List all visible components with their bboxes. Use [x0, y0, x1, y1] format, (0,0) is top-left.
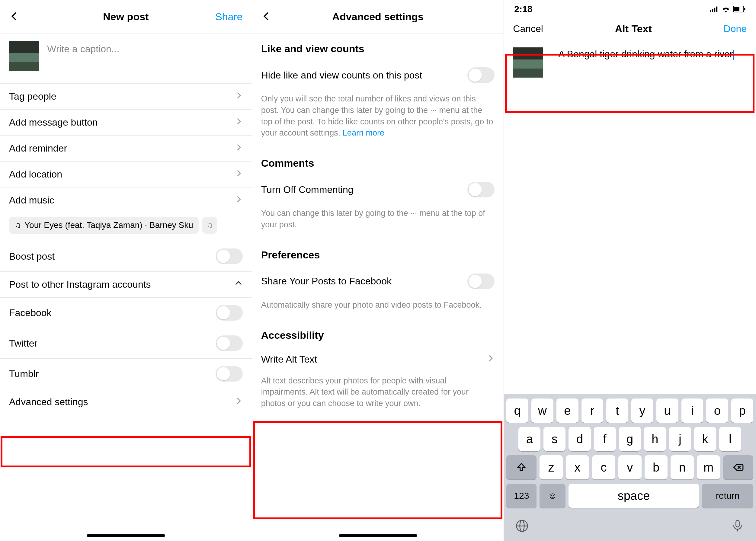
- row-label: Add message button: [9, 117, 98, 128]
- key-v[interactable]: v: [618, 455, 642, 479]
- key-mic[interactable]: [731, 519, 744, 534]
- key-r[interactable]: r: [581, 398, 603, 423]
- mic-icon: [731, 519, 744, 533]
- key-space[interactable]: space: [568, 484, 699, 508]
- chevron-right-icon: [234, 91, 243, 102]
- chevron-right-icon: [234, 117, 243, 128]
- keyboard-row-1: q w e r t y u i o p: [506, 398, 753, 423]
- svg-rect-5: [734, 7, 739, 11]
- toggle-boost-post[interactable]: [216, 249, 243, 264]
- key-u[interactable]: u: [656, 398, 678, 423]
- key-p[interactable]: p: [731, 398, 753, 423]
- row-label: Tag people: [9, 91, 56, 102]
- key-d[interactable]: d: [568, 427, 590, 451]
- toggle-tumblr[interactable]: [216, 366, 243, 382]
- key-m[interactable]: m: [697, 455, 720, 479]
- row-social-facebook[interactable]: Facebook: [0, 298, 252, 328]
- row-add-music[interactable]: Add music: [0, 188, 252, 213]
- learn-more-link[interactable]: Learn more: [343, 128, 384, 137]
- toggle-twitter[interactable]: [216, 335, 243, 351]
- key-b[interactable]: b: [645, 455, 668, 479]
- toggle-hide-like[interactable]: [467, 67, 494, 83]
- key-shift[interactable]: [506, 455, 536, 479]
- key-o[interactable]: o: [706, 398, 728, 423]
- row-hide-like-counts[interactable]: Hide like and view counts on this post: [252, 60, 504, 91]
- chevron-up-icon: [234, 279, 243, 290]
- key-z[interactable]: z: [539, 455, 563, 479]
- cancel-button[interactable]: Cancel: [513, 23, 543, 34]
- row-post-to-other[interactable]: Post to other Instagram accounts: [0, 272, 252, 298]
- panel-new-post: New post Share Write a caption... Tag pe…: [0, 0, 252, 541]
- back-icon[interactable]: [9, 11, 20, 23]
- toggle-facebook[interactable]: [216, 305, 243, 320]
- key-k[interactable]: k: [694, 427, 716, 451]
- svg-rect-0: [710, 10, 711, 12]
- key-numbers[interactable]: 123: [506, 484, 536, 508]
- text-cursor: [733, 50, 734, 60]
- toggle-share-fb[interactable]: [467, 273, 494, 289]
- caption-input[interactable]: Write a caption...: [47, 41, 120, 71]
- key-t[interactable]: t: [606, 398, 628, 423]
- alt-text-value: A Bengal tiger drinking water from a riv…: [558, 49, 733, 60]
- page-title: Alt Text: [543, 23, 724, 35]
- key-q[interactable]: q: [506, 398, 528, 423]
- music-chip-next[interactable]: ♫: [202, 217, 217, 234]
- header-advanced-settings: Advanced settings: [252, 0, 504, 34]
- key-n[interactable]: n: [671, 455, 694, 479]
- alt-text-input[interactable]: A Bengal tiger drinking water from a riv…: [558, 47, 734, 78]
- helper-hide-like: Only you will see the total number of li…: [252, 91, 504, 148]
- done-button[interactable]: Done: [724, 23, 747, 34]
- row-tag-people[interactable]: Tag people: [0, 84, 252, 110]
- panel-alt-text: 2:18 Cancel Alt Text Done A Bengal tiger…: [504, 0, 756, 541]
- cellular-icon: [710, 5, 718, 13]
- panel-advanced-settings: Advanced settings Like and view counts H…: [252, 0, 504, 541]
- backspace-icon: [732, 462, 744, 473]
- key-a[interactable]: a: [518, 427, 540, 451]
- key-y[interactable]: y: [631, 398, 653, 423]
- highlight-advanced-settings: [1, 436, 251, 467]
- row-social-tumblr[interactable]: Tumblr: [0, 359, 252, 389]
- row-label: Tumblr: [9, 368, 39, 379]
- key-f[interactable]: f: [594, 427, 616, 451]
- music-chip[interactable]: ♫ Your Eyes (feat. Taqiya Zaman) · Barne…: [9, 217, 199, 234]
- key-e[interactable]: e: [556, 398, 578, 423]
- row-add-location[interactable]: Add location: [0, 162, 252, 188]
- row-write-alt-text[interactable]: Write Alt Text: [252, 346, 504, 373]
- key-l[interactable]: l: [719, 427, 741, 451]
- row-social-twitter[interactable]: Twitter: [0, 328, 252, 359]
- post-thumbnail[interactable]: [9, 41, 39, 71]
- key-h[interactable]: h: [644, 427, 666, 451]
- key-globe[interactable]: [515, 519, 529, 534]
- key-j[interactable]: j: [669, 427, 691, 451]
- caption-row[interactable]: Write a caption...: [0, 34, 252, 84]
- row-share-facebook[interactable]: Share Your Posts to Facebook: [252, 266, 504, 297]
- share-button[interactable]: Share: [215, 11, 243, 23]
- key-emoji[interactable]: ☺: [539, 484, 565, 508]
- key-x[interactable]: x: [566, 455, 589, 479]
- row-label: Hide like and view counts on this post: [261, 70, 422, 81]
- row-label: Twitter: [9, 338, 37, 349]
- key-c[interactable]: c: [592, 455, 615, 479]
- row-advanced-settings[interactable]: Advanced settings: [0, 389, 252, 415]
- row-label: Add reminder: [9, 143, 67, 154]
- key-w[interactable]: w: [531, 398, 553, 423]
- section-comments: Comments: [252, 148, 504, 174]
- back-icon[interactable]: [261, 11, 272, 23]
- key-return[interactable]: return: [702, 484, 753, 508]
- section-accessibility: Accessibility: [252, 320, 504, 346]
- key-g[interactable]: g: [619, 427, 641, 451]
- section-preferences: Preferences: [252, 240, 504, 266]
- row-label: Write Alt Text: [261, 354, 317, 365]
- row-add-message-button[interactable]: Add message button: [0, 110, 252, 136]
- helper-comments: You can change this later by going to th…: [252, 205, 504, 240]
- row-boost-post[interactable]: Boost post: [0, 241, 252, 272]
- svg-rect-6: [744, 8, 745, 11]
- chevron-right-icon: [234, 195, 243, 206]
- row-add-reminder[interactable]: Add reminder: [0, 136, 252, 162]
- toggle-commenting[interactable]: [467, 182, 494, 198]
- key-i[interactable]: i: [681, 398, 703, 423]
- row-turn-off-commenting[interactable]: Turn Off Commenting: [252, 174, 504, 205]
- svg-rect-3: [716, 7, 717, 12]
- key-s[interactable]: s: [543, 427, 565, 451]
- key-backspace[interactable]: [723, 455, 753, 479]
